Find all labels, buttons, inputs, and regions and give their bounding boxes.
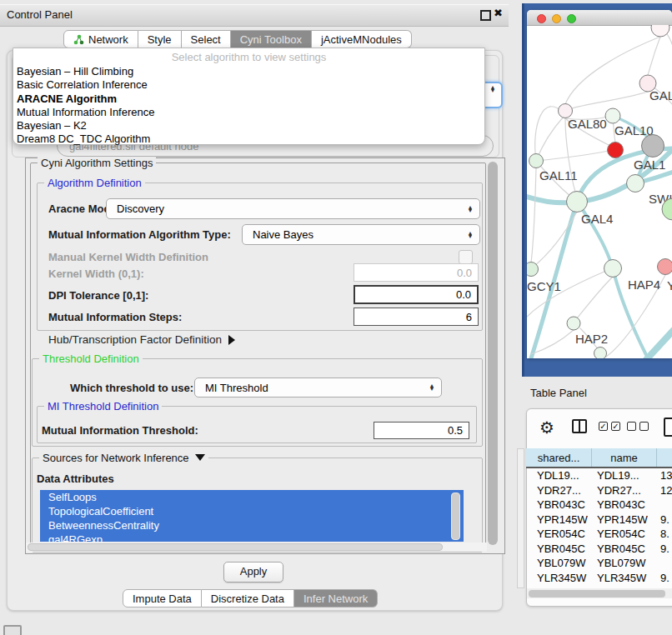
mac-close-icon[interactable] bbox=[537, 14, 546, 23]
tab-select[interactable]: Select bbox=[182, 30, 231, 48]
network-edge[interactable] bbox=[572, 92, 648, 108]
algorithm-option[interactable]: Bayesian – Hill Climbing bbox=[13, 65, 484, 78]
network-node-swi4[interactable] bbox=[627, 175, 644, 192]
combo-stepper-icon: ▲▼ bbox=[489, 86, 497, 92]
tab-discretize-data[interactable]: Discretize Data bbox=[202, 589, 294, 608]
table-row[interactable]: YPR145WYPR145W9. bbox=[526, 512, 672, 528]
network-canvas[interactable]: GALGAL80GAL10GAL1GAL11SWI4GAL4GCY1HAP4YH… bbox=[527, 25, 672, 358]
table-vertical-scrolltrack[interactable] bbox=[517, 448, 524, 588]
manual-kernel-checkbox[interactable] bbox=[459, 250, 473, 264]
table-row[interactable]: YLR345WYLR345W9. bbox=[526, 571, 672, 586]
network-node-y[interactable] bbox=[658, 259, 672, 275]
tab-network[interactable]: Network bbox=[63, 30, 138, 48]
network-node-gal4[interactable] bbox=[567, 192, 588, 212]
table-body: YDL19...YDL19...13YDR27...YDR27...12YBR0… bbox=[526, 468, 672, 590]
tab-infer-network[interactable]: Infer Network bbox=[294, 589, 378, 608]
settings-vertical-scrollbar[interactable] bbox=[488, 162, 498, 545]
mac-minimize-icon[interactable] bbox=[552, 14, 561, 23]
table-cell: 8. bbox=[657, 528, 672, 540]
which-threshold-combobox[interactable]: MI Threshold ▲▼ bbox=[194, 378, 442, 398]
mi-algorithm-type-value: Naive Bayes bbox=[253, 228, 313, 241]
apply-button[interactable]: Apply bbox=[223, 562, 283, 582]
network-edge[interactable] bbox=[648, 37, 660, 75]
tab-label: Cyni Toolbox bbox=[240, 33, 302, 46]
network-node-hap2[interactable] bbox=[567, 317, 580, 330]
table-row[interactable]: YDR27...YDR27...12 bbox=[526, 483, 672, 498]
table-row[interactable]: YBL079WYBL079W bbox=[526, 556, 672, 571]
group-title: Cyni Algorithm Settings bbox=[38, 157, 156, 169]
table-header-row: shared... name bbox=[526, 448, 672, 468]
network-node-hap4[interactable] bbox=[604, 260, 622, 278]
data-attributes-list[interactable]: SelfLoopsTopologicalCoefficientBetweenne… bbox=[40, 490, 464, 542]
checked-checkbox-icon: ✓ bbox=[599, 422, 608, 431]
network-edge[interactable] bbox=[565, 37, 660, 104]
mi-steps-input[interactable]: 6 bbox=[354, 308, 479, 326]
algorithm-option[interactable]: Mutual Information Inference bbox=[13, 106, 484, 119]
table-cell: YLR345W bbox=[526, 572, 592, 584]
column-header-extra[interactable] bbox=[657, 448, 672, 467]
table-cell: YPR145W bbox=[592, 513, 657, 526]
table-row[interactable]: YBR045CYBR045C9. bbox=[526, 542, 672, 557]
new-table-icon[interactable] bbox=[664, 418, 672, 437]
settings-horizontal-scrollbar[interactable] bbox=[28, 543, 443, 551]
algorithm-option[interactable]: Bayesian – K2 bbox=[13, 119, 484, 132]
hub-section-toggle[interactable]: Hub/Transcription Factor Definition bbox=[48, 333, 235, 346]
algorithm-option[interactable]: ARACNE Algorithm bbox=[13, 92, 484, 106]
sources-title: Sources for Network Inference bbox=[43, 452, 189, 464]
attribute-item[interactable]: BetweennessCentrality bbox=[40, 518, 464, 532]
table-cell: 9. bbox=[657, 542, 672, 555]
network-node-label: HAP2 bbox=[575, 332, 608, 346]
network-node[interactable] bbox=[642, 135, 664, 158]
network-node[interactable] bbox=[651, 25, 669, 37]
attribute-item[interactable]: SelfLoops bbox=[40, 490, 464, 504]
network-node-gal10[interactable] bbox=[605, 108, 620, 123]
close-panel-icon[interactable]: ✖ bbox=[494, 7, 503, 19]
mi-threshold-input[interactable]: 0.5 bbox=[374, 422, 469, 439]
dpi-tolerance-input[interactable]: 0.0 bbox=[354, 285, 479, 304]
column-header-name[interactable]: name bbox=[592, 448, 657, 467]
network-node-gal11[interactable] bbox=[529, 154, 544, 168]
table-cell: 12 bbox=[657, 484, 672, 497]
network-node[interactable] bbox=[594, 348, 607, 359]
attribute-item[interactable]: gal4RGexp bbox=[40, 532, 464, 542]
mi-threshold-value: 0.5 bbox=[448, 424, 463, 437]
algorithm-option[interactable]: Dream8 DC_TDC Algorithm bbox=[13, 132, 484, 146]
kernel-width-input[interactable]: 0.0 bbox=[354, 263, 479, 282]
tab-style[interactable]: Style bbox=[138, 30, 182, 48]
network-edge[interactable] bbox=[577, 277, 613, 318]
sources-toggle[interactable]: Sources for Network Inference bbox=[39, 452, 208, 464]
network-edge[interactable] bbox=[536, 117, 564, 161]
tab-jactivemnodules[interactable]: jActiveMNodules bbox=[312, 30, 412, 48]
table-row[interactable]: YDL19...YDL19...13 bbox=[526, 468, 672, 483]
network-node-gcy1[interactable] bbox=[527, 262, 539, 277]
table-cell: YDL19... bbox=[526, 469, 592, 482]
float-panel-icon[interactable] bbox=[480, 10, 491, 21]
dock-panel-icon[interactable] bbox=[3, 625, 22, 635]
table-cell: YDL19... bbox=[592, 469, 657, 482]
network-node[interactable] bbox=[608, 142, 624, 158]
attributes-vertical-scrollbar[interactable] bbox=[451, 492, 460, 540]
aracne-mode-combobox[interactable]: Discovery ▲▼ bbox=[106, 198, 480, 219]
mi-algorithm-type-combobox[interactable]: Naive Bayes ▲▼ bbox=[242, 224, 480, 245]
table-row[interactable]: YBR043CYBR043C bbox=[526, 498, 672, 512]
network-node-gal80[interactable] bbox=[559, 104, 573, 118]
network-node-label: GAL4 bbox=[581, 212, 613, 226]
split-view-icon[interactable] bbox=[572, 419, 587, 433]
gear-icon[interactable]: ⚙ bbox=[539, 419, 554, 436]
algorithm-option[interactable]: Basic Correlation Inference bbox=[13, 78, 484, 92]
column-header-shared[interactable]: shared... bbox=[526, 448, 592, 467]
table-horizontal-scrollbar[interactable] bbox=[529, 590, 665, 598]
table-row[interactable]: YER054CYER054C8. bbox=[526, 527, 672, 542]
tab-impute-data[interactable]: Impute Data bbox=[123, 589, 202, 608]
group-title: Algorithm Definition bbox=[44, 177, 145, 189]
attribute-item[interactable]: TopologicalCoefficient bbox=[40, 504, 464, 518]
select-all-icon[interactable]: ✓ ✓ bbox=[599, 422, 620, 431]
network-edge[interactable] bbox=[531, 168, 536, 262]
deselect-all-icon[interactable] bbox=[627, 422, 649, 431]
network-window-titlebar[interactable] bbox=[527, 10, 672, 26]
tab-cyni-toolbox[interactable]: Cyni Toolbox bbox=[231, 30, 312, 48]
dpi-tolerance-label: DPI Tolerance [0,1]: bbox=[48, 289, 148, 302]
network-edge[interactable] bbox=[536, 151, 608, 161]
mac-zoom-icon[interactable] bbox=[567, 14, 576, 23]
network-edge[interactable] bbox=[527, 271, 606, 317]
